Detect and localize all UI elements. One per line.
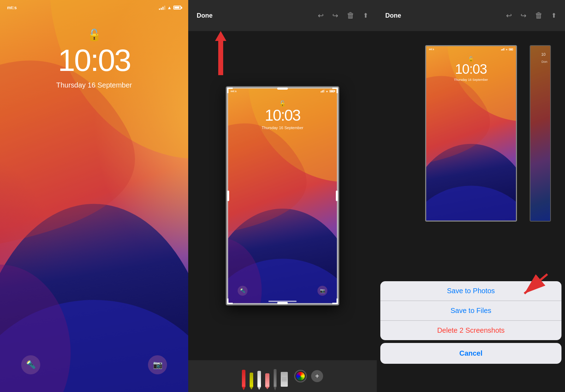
ss-flashlight: 🔦 — [238, 286, 248, 296]
toolbar-icons: ↩ ↪ 🗑 ⬆ — [318, 11, 368, 20]
ss-bottom-icons: 🔦 📷 — [227, 286, 338, 296]
redo-button[interactable]: ↪ — [332, 11, 338, 20]
signal-icon — [159, 6, 165, 10]
ss-status-bar: mt:s ▲ — [227, 90, 338, 93]
delete-screenshots-button[interactable]: Delete 2 Screenshots — [380, 321, 561, 340]
flashlight-button[interactable]: 🔦 — [21, 355, 40, 374]
tool-eraser[interactable] — [265, 366, 269, 387]
done-button[interactable]: Done — [197, 12, 213, 19]
camera-button[interactable]: 📷 — [148, 355, 167, 374]
p3-content: mt:s ▲ 🔓 10:0 — [377, 31, 565, 392]
share-button[interactable]: ⬆ — [363, 12, 368, 19]
p3-date: Thursday 16 September — [454, 78, 488, 82]
camera-icon: 📷 — [153, 360, 162, 369]
ss-time: 10:03 — [265, 107, 300, 124]
lock-icon: 🔓 — [87, 28, 101, 42]
flashlight-icon: 🔦 — [26, 360, 36, 369]
lockscreen-time: 10:03 — [58, 42, 130, 78]
undo-button[interactable]: ↩ — [318, 11, 324, 20]
p3-time: 10:03 — [455, 62, 487, 77]
ss-carrier: mt:s — [231, 90, 237, 93]
tool-red-pen[interactable] — [242, 366, 245, 387]
editor-bottom-bar: + — [188, 360, 377, 392]
save-to-files-button[interactable]: Save to Files — [380, 301, 561, 321]
tool-white-pen[interactable] — [257, 366, 261, 387]
ss-home-indicator — [268, 301, 297, 302]
p3-done-button[interactable]: Done — [385, 12, 401, 19]
p3-lock-icon: 🔓 — [468, 56, 474, 62]
p3-ss-status: mt:s ▲ — [426, 48, 516, 50]
svg-line-9 — [524, 274, 547, 294]
panel-lockscreen: mt:s ▲ 🔓 10:03 Thursday 16 September 🔦 — [0, 0, 188, 392]
color-picker[interactable] — [294, 370, 307, 382]
p3-next-screenshot — [530, 45, 551, 222]
svg-point-7 — [426, 186, 516, 221]
p3-main-screenshot: mt:s ▲ 🔓 10:0 — [425, 45, 517, 222]
cancel-button[interactable]: Cancel — [380, 343, 561, 364]
p3-redo-button[interactable]: ↪ — [521, 11, 527, 20]
editor-content: mt:s ▲ — [188, 31, 377, 360]
tool-yellow-pen[interactable] — [250, 366, 253, 387]
battery-icon — [173, 6, 181, 10]
status-carrier: mt:s — [7, 5, 17, 10]
ss-lock-icon: 🔓 — [279, 100, 286, 107]
p3-partial-done: Don — [541, 60, 547, 64]
p3-delete-button[interactable]: 🗑 — [535, 11, 543, 20]
p3-red-arrow — [519, 271, 554, 300]
tool-thin-pen[interactable] — [274, 366, 276, 387]
tool-ruler[interactable] — [281, 366, 288, 387]
status-right-icons: ▲ — [159, 5, 181, 10]
p3-partial-time: 10 — [541, 52, 546, 56]
panel-sharesheet: Done ↩ ↪ 🗑 ⬆ mt:s — [377, 0, 565, 392]
p3-toolbar: Done ↩ ↪ 🗑 ⬆ — [377, 0, 565, 31]
ss-camera: 📷 — [317, 286, 327, 296]
editor-toolbar: Done ↩ ↪ 🗑 ⬆ — [188, 0, 377, 31]
ss-date: Thursday 16 September — [262, 126, 303, 130]
p3-toolbar-icons: ↩ ↪ 🗑 ⬆ — [506, 11, 557, 20]
p3-share-button[interactable]: ⬆ — [551, 12, 557, 19]
panel-editor: Done ↩ ↪ 🗑 ⬆ — [188, 0, 377, 392]
wifi-icon: ▲ — [167, 5, 172, 10]
delete-button[interactable]: 🗑 — [347, 11, 355, 20]
lockscreen-date: Thursday 16 September — [56, 81, 132, 89]
screenshot-preview: mt:s ▲ — [226, 86, 339, 305]
p3-undo-button[interactable]: ↩ — [506, 11, 512, 20]
lockscreen-bottom-actions: 🔦 📷 — [0, 355, 188, 374]
add-tool-button[interactable]: + — [311, 370, 323, 382]
